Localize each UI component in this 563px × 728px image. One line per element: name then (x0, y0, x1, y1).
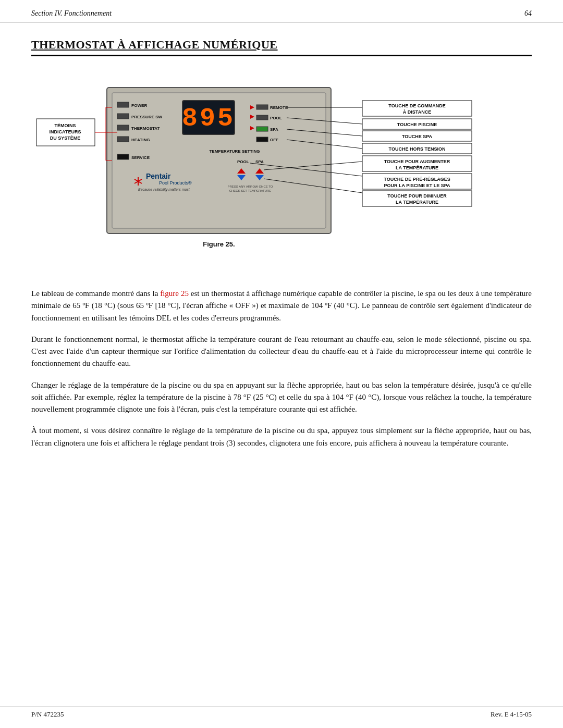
svg-text:OFF: OFF (270, 138, 278, 142)
svg-rect-16 (256, 105, 268, 109)
page-title: THERMOSTAT À AFFICHAGE NUMÉRIQUE (31, 38, 532, 56)
svg-text:TOUCHE POUR AUGMENTER: TOUCHE POUR AUGMENTER (384, 159, 450, 164)
svg-text:895: 895 (182, 104, 235, 133)
figure-container: POWER PRESSURE SW THERMOSTAT HEATING SER… (31, 72, 532, 272)
svg-text:TOUCHE SPA: TOUCHE SPA (402, 134, 433, 139)
svg-text:SPA: SPA (270, 127, 278, 132)
svg-rect-19 (256, 115, 268, 120)
svg-text:TEMPERATURE  SETTING: TEMPERATURE SETTING (209, 149, 260, 154)
paragraph-3: Changer le réglage de la température de … (31, 379, 532, 416)
svg-text:SERVICE: SERVICE (131, 155, 150, 160)
svg-text:TOUCHE DE PRÉ-RÉGLAGES: TOUCHE DE PRÉ-RÉGLAGES (384, 177, 450, 182)
svg-text:PRESSURE SW: PRESSURE SW (131, 115, 163, 119)
svg-text:À DISTANCE: À DISTANCE (403, 109, 431, 115)
svg-text:HEATING: HEATING (131, 138, 150, 142)
svg-text:TÉMOINS: TÉMOINS (54, 123, 76, 128)
section-title: Section IV. Fonctionnement (31, 9, 112, 18)
svg-text:SPA: SPA (255, 159, 264, 164)
page-header: Section IV. Fonctionnement 64 (0, 0, 563, 22)
svg-text:Pentair: Pentair (146, 172, 171, 180)
svg-rect-10 (117, 154, 129, 159)
svg-text:INDICATEURS: INDICATEURS (50, 129, 81, 134)
svg-text:LA TEMPÉRATURE: LA TEMPÉRATURE (396, 200, 438, 205)
svg-text:TOUCHE DE COMMANDE: TOUCHE DE COMMANDE (388, 103, 445, 108)
svg-text:Because reliability matters mo: Because reliability matters most (138, 188, 190, 192)
svg-text:REMOTE: REMOTE (270, 105, 288, 110)
svg-rect-22 (256, 127, 268, 131)
paragraph-1: Le tableau de commande montré dans la fi… (31, 288, 532, 324)
paragraph-2: Durant le fonctionnement normal, le ther… (31, 334, 532, 370)
svg-text:POUR LA PISCINE ET LE SPA: POUR LA PISCINE ET LE SPA (384, 183, 450, 188)
page-content: THERMOSTAT À AFFICHAGE NUMÉRIQUE POWER P… (0, 22, 563, 479)
svg-rect-2 (117, 102, 129, 107)
paragraph-4: À tout moment, si vous désirez connaître… (31, 425, 532, 449)
svg-rect-6 (117, 125, 129, 130)
svg-text:POOL: POOL (270, 116, 282, 120)
figure-area: POWER PRESSURE SW THERMOSTAT HEATING SER… (31, 72, 532, 272)
svg-text:PRESS ANY ARROW ONCE TO: PRESS ANY ARROW ONCE TO (227, 185, 273, 188)
svg-text:TOUCHE POUR DIMINUER: TOUCHE POUR DIMINUER (387, 193, 447, 199)
svg-text:DU SYSTÈME: DU SYSTÈME (50, 135, 81, 141)
svg-text:LA TEMPÉRATURE: LA TEMPÉRATURE (396, 165, 438, 170)
svg-text:TOUCHE PISCINE: TOUCHE PISCINE (397, 122, 437, 127)
page-number: 64 (524, 9, 532, 18)
svg-rect-4 (117, 114, 129, 119)
svg-text:CHECK SET TEMPERATURE: CHECK SET TEMPERATURE (229, 189, 272, 192)
svg-text:POWER: POWER (131, 103, 147, 108)
svg-rect-8 (117, 137, 129, 142)
svg-text:THERMOSTAT: THERMOSTAT (131, 126, 160, 131)
svg-rect-24 (256, 137, 268, 142)
page-footer: P/N 472235 Rev. E 4-15-05 (0, 707, 563, 719)
footer-revision: Rev. E 4-15-05 (491, 710, 532, 719)
figure-link-1: figure 25 (160, 289, 189, 298)
footer-part-number: P/N 472235 (31, 710, 64, 719)
svg-text:Pool Products®: Pool Products® (159, 180, 192, 186)
figure-svg: POWER PRESSURE SW THERMOSTAT HEATING SER… (31, 72, 532, 270)
svg-text:TOUCHE HORS TENSION: TOUCHE HORS TENSION (389, 146, 446, 152)
svg-text:POOL: POOL (237, 159, 249, 164)
svg-text:Figure 25.: Figure 25. (203, 240, 235, 248)
